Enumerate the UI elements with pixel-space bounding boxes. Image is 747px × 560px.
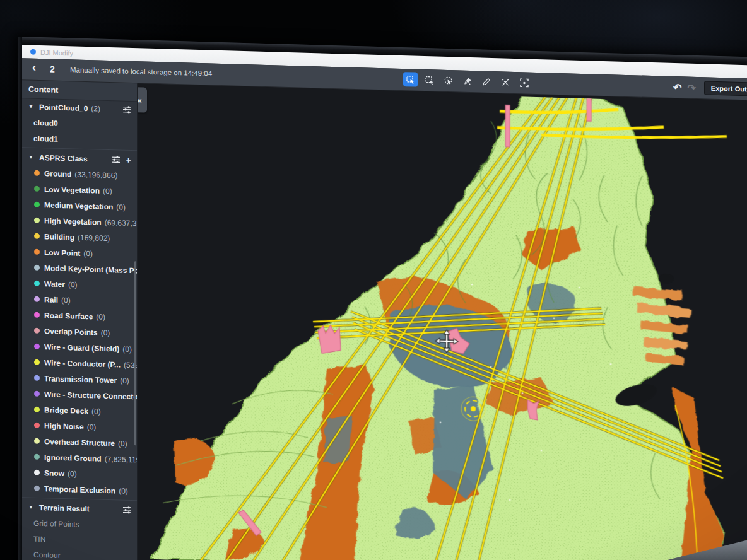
monitor-screen: DJI Modify ‹ 2 Manually saved to local s… xyxy=(18,37,747,560)
class-name: Ignored Ground xyxy=(44,453,102,464)
class-color-dot xyxy=(34,454,40,460)
class-color-dot xyxy=(34,281,40,286)
filter-settings-icon[interactable] xyxy=(123,506,131,513)
class-count: (0) xyxy=(119,486,128,495)
pointcloud-item-label: cloud1 xyxy=(33,134,58,143)
class-count: (33,196,866) xyxy=(74,170,117,180)
class-count: (0) xyxy=(120,376,129,385)
class-color-dot xyxy=(34,407,40,412)
redo-button[interactable]: ↷ xyxy=(687,81,695,93)
class-color-dot xyxy=(34,359,40,365)
terrain-group-label: Terrain Result xyxy=(39,503,90,513)
class-color-dot xyxy=(34,249,40,255)
paint-select-tool[interactable] xyxy=(460,74,474,89)
expander-icon[interactable]: ▼ xyxy=(28,154,35,160)
view-count-label: 2 xyxy=(50,64,55,74)
terrain-item-label: Contour xyxy=(33,550,61,559)
class-name: Building xyxy=(44,232,74,242)
circle-select-tool[interactable] xyxy=(441,73,456,88)
back-button[interactable]: ‹ xyxy=(32,61,36,74)
undo-button[interactable]: ↶ xyxy=(673,81,681,93)
collapse-sidebar-button[interactable]: « xyxy=(138,87,147,113)
expander-icon[interactable]: ▼ xyxy=(28,504,35,510)
class-count: (0) xyxy=(96,312,105,321)
class-color-dot xyxy=(34,438,40,444)
pointcloud-group-label: PointCloud_0 xyxy=(39,102,88,112)
class-name: Wire - Guard (Shield) xyxy=(44,342,119,353)
scissor-select-icon xyxy=(500,77,510,87)
asprs-group-label: ASPRS Class xyxy=(39,153,88,163)
class-name: Medium Vegetation xyxy=(44,201,113,211)
toolbar-right-group: ↶ ↷ Export Output xyxy=(673,76,747,102)
class-name: Overlap Points xyxy=(44,327,98,337)
class-count: (0) xyxy=(68,469,77,478)
class-color-dot xyxy=(34,391,40,397)
class-name: Snow xyxy=(44,469,64,478)
class-color-dot xyxy=(34,470,40,475)
class-count: (0) xyxy=(68,280,78,289)
class-name: Model Key-Point (Mass Po... xyxy=(44,264,138,275)
class-color-dot xyxy=(34,296,40,302)
pencil-select-tool[interactable] xyxy=(479,74,493,89)
class-row-temporal-exclusion[interactable]: Temporal Exclusion(0) xyxy=(22,480,137,499)
class-name: Bridge Deck xyxy=(44,405,88,416)
class-name: Low Point xyxy=(44,248,80,258)
add-class-button[interactable]: + xyxy=(126,155,131,165)
class-color-dot xyxy=(34,423,40,428)
pointcloud-children: cloud0cloud1 xyxy=(22,114,137,149)
class-count: (0) xyxy=(101,328,110,337)
pointcloud-item-cloud1[interactable]: cloud1 xyxy=(22,130,137,149)
class-count: (0) xyxy=(122,344,132,353)
filter-settings-icon[interactable] xyxy=(112,156,120,163)
region-select-tool[interactable] xyxy=(517,75,531,90)
rectangle-select-tool[interactable] xyxy=(403,72,418,87)
class-count: (169,802) xyxy=(78,233,110,242)
app-icon xyxy=(30,49,36,55)
export-output-button[interactable]: Export Output xyxy=(704,81,747,96)
3d-viewport[interactable]: « xyxy=(138,83,747,560)
class-name: Water xyxy=(44,279,65,289)
asprs-class-list: Ground(33,196,866)Low Vegetation(0)Mediu… xyxy=(22,165,137,499)
filter-settings-icon[interactable] xyxy=(123,105,131,113)
selection-tool-group xyxy=(403,72,531,90)
class-color-dot xyxy=(34,265,40,271)
point-cloud-canvas xyxy=(138,86,747,560)
class-color-dot xyxy=(34,375,40,381)
class-color-dot xyxy=(34,233,40,239)
class-count: (7,825,119) xyxy=(105,454,138,464)
class-count: (0) xyxy=(103,186,112,195)
pointcloud-item-label: cloud0 xyxy=(33,118,58,127)
class-name: Ground xyxy=(44,169,71,178)
class-count: (0) xyxy=(118,439,127,448)
class-name: High Vegetation xyxy=(44,216,102,227)
class-color-dot xyxy=(34,202,40,207)
polygon-select-tool[interactable] xyxy=(422,73,437,88)
class-count: (0) xyxy=(83,248,93,257)
class-color-dot xyxy=(34,218,40,223)
class-count: (69,637,337) xyxy=(105,218,138,228)
class-color-dot xyxy=(34,328,40,334)
save-status-message: Manually saved to local storage on 14:49… xyxy=(70,66,212,77)
scissor-select-tool[interactable] xyxy=(498,74,512,90)
class-color-dot xyxy=(34,186,40,192)
class-name: Temporal Exclusion xyxy=(44,484,115,495)
paint-select-icon xyxy=(462,76,473,86)
class-name: Road Surface xyxy=(44,311,93,321)
class-count: (0) xyxy=(61,295,71,304)
monitor-bezel-left xyxy=(18,37,22,560)
terrain-item-label: Grid of Points xyxy=(33,518,79,528)
app-window: DJI Modify ‹ 2 Manually saved to local s… xyxy=(22,45,747,560)
circle-select-icon xyxy=(444,75,454,85)
region-select-icon xyxy=(519,78,529,88)
class-color-dot xyxy=(34,344,40,349)
class-color-dot xyxy=(34,486,40,491)
content-sidebar: Content ▼ PointCloud_0 (2) cloud0cloud1 xyxy=(22,80,138,560)
class-name: Low Vegetation xyxy=(44,185,100,195)
pencil-select-icon xyxy=(481,76,491,86)
class-name: Overhead Structure xyxy=(44,437,115,448)
expander-icon[interactable]: ▼ xyxy=(28,103,35,109)
sidebar-scrollbar[interactable] xyxy=(134,261,136,445)
class-name: Transmission Tower xyxy=(44,374,117,385)
class-name: High Noise xyxy=(44,421,84,431)
class-count: (0) xyxy=(116,202,126,211)
